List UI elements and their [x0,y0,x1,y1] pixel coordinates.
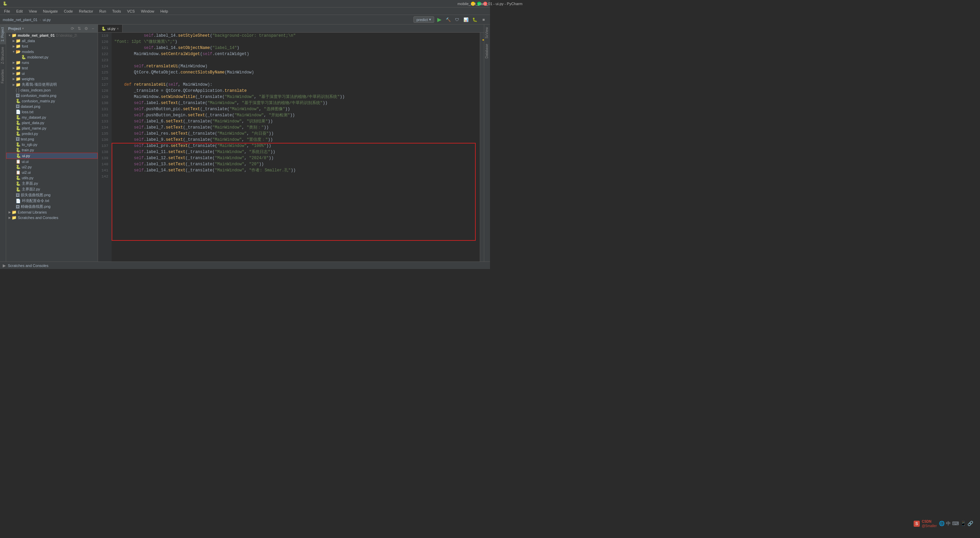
tree-my-dataset[interactable]: ▶ 🐍 my_dataset.py [6,114,98,120]
code-line-124: self.retranslateUi(MainWindow) [115,63,477,69]
tree-readme[interactable]: ▶ 📁 先看我-项目使用说明 [6,82,98,87]
breadcrumb-project[interactable]: mobile_net_plant_01 [3,18,37,22]
tree-test-folder[interactable]: ▶ 📁 test [6,65,98,71]
tree-plant-data[interactable]: ▶ 🐍 plant_data.py [6,120,98,125]
folder-icon-ext-libs: 📁 [11,210,17,214]
file-icon-train: 🐍 [16,148,21,152]
code-content[interactable]: self.label_14.setStyleSheet("background-… [111,33,480,262]
side-tab-structure[interactable]: Z-Structure [0,44,6,67]
file-icon-ui-py: 🐍 [16,153,21,158]
close-panel-icon[interactable]: − [90,26,95,31]
profile-button[interactable]: 📊 [462,16,469,24]
tree-root[interactable]: ▼ 📁 mobile_net_plant_01 D:\desktop_2\ [6,33,98,38]
file-icon-ui-ui: 📋 [16,159,21,164]
file-icon-my-dataset: 🐍 [16,115,21,120]
menu-code[interactable]: Code [61,8,76,14]
project-header: Project ▾ ⟳ ⇅ ⚙ − [6,24,98,33]
tree-external-libs[interactable]: ▶ 📁 External Libraries [6,209,98,215]
folder-icon-test: 📁 [16,66,21,70]
tree-ui2-py[interactable]: ▶ 🐍 ui2.py [6,164,98,170]
menu-run[interactable]: Run [97,8,109,14]
side-tab-project[interactable]: 1: Project [0,24,6,44]
build-button[interactable]: 🔨 [444,16,452,24]
file-icon-confusion-py: 🐍 [16,98,21,103]
tree-weights[interactable]: ▶ 📁 weights [6,76,98,82]
tree-to-rgb[interactable]: ▶ 🐍 to_rgb.py [6,142,98,147]
tree-main-window2[interactable]: ▶ 🐍 主界面2.py [6,186,98,192]
titlebar: 🐍 mobile_net_plant_01 - ui.py - PyCharm [0,0,490,8]
folder-icon-all-data: 📁 [16,38,21,43]
file-icon-class-indices: { } [16,88,19,92]
scratches-bar[interactable]: ▶ Scratches and Consoles [0,262,490,269]
side-tab-favorites[interactable]: Favorites [0,67,6,86]
tree-train[interactable]: ▶ 🐍 train.py [6,147,98,153]
tree-loss-txt[interactable]: ▶ 📄 loss.txt [6,109,98,114]
tree-models[interactable]: ▼ 📂 models [6,49,98,54]
menu-navigate[interactable]: Navigate [40,8,60,14]
menu-window[interactable]: Window [138,8,157,14]
sync-icon[interactable]: ⟳ [70,26,75,31]
code-line-139: self.label_12.setText(_translate("MainWi… [115,155,477,161]
tree-test-png[interactable]: ▶ 🖼 test.png [6,136,98,142]
debug-button[interactable]: 🐛 [471,16,479,24]
tree-font[interactable]: ▶ 📁 font [6,43,98,49]
folder-icon-weights: 📁 [16,76,21,81]
tree-plant-name[interactable]: ▶ 🐍 plant_name.py [6,125,98,131]
coverage-button[interactable]: 🛡 [453,16,461,24]
file-icon-main-window2: 🐍 [16,187,21,192]
code-line-137: self.label_pro.setText(_translate("MainW… [115,143,477,149]
file-icon-loss-curve: 🖼 [16,193,20,198]
tree-mobilenet[interactable]: ▶ 🐍 mobilenet.py [6,54,98,60]
tree-loss-curve[interactable]: ▶ 🖼 损失值曲线图.png [6,192,98,198]
code-line-130: self.label.setText(_translate("MainWindo… [115,100,477,106]
tree-confusion-png[interactable]: ▶ 🖼 confusion_matrix.png [6,93,98,98]
folder-icon-readme: 📁 [16,82,21,87]
file-icon-predict: 🐍 [16,131,21,136]
tree-env-cmd[interactable]: ▶ 📄 环境配置命令.txt [6,198,98,204]
folder-icon-font: 📁 [16,44,21,49]
breadcrumb-file[interactable]: ui.py [43,18,51,22]
code-line-136: self.label_9.setText(_translate("MainWin… [115,137,477,143]
code-editor[interactable]: 119 120 121 122 123 124 125 126 127 128 … [98,33,484,262]
tree-main-window[interactable]: ▶ 🐍 主界面.py [6,181,98,186]
tree-ui-py[interactable]: ▶ 🐍 ui.py [6,153,98,159]
code-line-129: MainWindow.setWindowTitle(_translate("Ma… [115,94,477,100]
menu-view[interactable]: View [26,8,40,14]
tree-confusion-py[interactable]: ▶ 🐍 confusion_matrix.py [6,98,98,104]
tree-utils[interactable]: ▶ 🐍 utils.py [6,175,98,181]
tree-dataset-png[interactable]: ▶ 🖼 dataset.png [6,104,98,109]
menu-vcs[interactable]: VCS [124,8,138,14]
file-icon-loss: 📄 [16,110,21,114]
scratches-arrow-icon: ▶ [3,263,6,268]
tree-ui-folder[interactable]: ▶ 📁 ui [6,71,98,76]
menu-file[interactable]: File [2,8,13,14]
menu-tools[interactable]: Tools [110,8,124,14]
menu-help[interactable]: Help [158,8,171,14]
editor-tab-ui-py[interactable]: 🐍 ui.py × [98,25,123,32]
code-line-133: self.label_6.setText(_translate("MainWin… [115,118,477,124]
tree-ui2-ui[interactable]: ▶ 📋 ui2.ui [6,170,98,175]
menu-refactor[interactable]: Refactor [76,8,96,14]
expand-icon[interactable]: ⇅ [76,26,82,31]
code-line-121: self.label_14.setObjectName("label_14") [115,45,477,51]
tree-all-data[interactable]: ▶ 📁 all_data [6,38,98,43]
settings-icon[interactable]: ⚙ [83,26,89,31]
tree-class-indices[interactable]: ▶ { } class_indices.json [6,87,98,93]
file-icon-ui2-py: 🐍 [16,165,21,169]
tree-acc-curve[interactable]: ▶ 🖼 精确值曲线图.png [6,204,98,209]
project-panel-title: Project [8,27,21,30]
tree-runs[interactable]: ▶ 📁 runs [6,60,98,65]
side-tab-database[interactable]: Database [484,41,490,61]
code-line-126 [115,76,477,82]
tree-ui-ui[interactable]: ▶ 📋 ui.ui [6,159,98,164]
run-button[interactable]: ▶ [436,16,443,24]
toolbar: mobile_net_plant_01 › ui.py predict ▾ ▶ … [0,15,490,24]
code-line-122: MainWindow.setCentralWidget(self.central… [115,51,477,57]
tab-close-icon[interactable]: × [117,27,119,30]
run-config-dropdown[interactable]: predict ▾ [414,16,434,23]
stop-button[interactable]: ■ [480,16,487,24]
tree-scratches[interactable]: ▶ 📁 Scratches and Consoles [6,215,98,221]
menu-edit[interactable]: Edit [14,8,25,14]
side-tab-scview[interactable]: ScView [484,24,490,41]
tree-predict[interactable]: ▶ 🐍 predict.py [6,131,98,136]
